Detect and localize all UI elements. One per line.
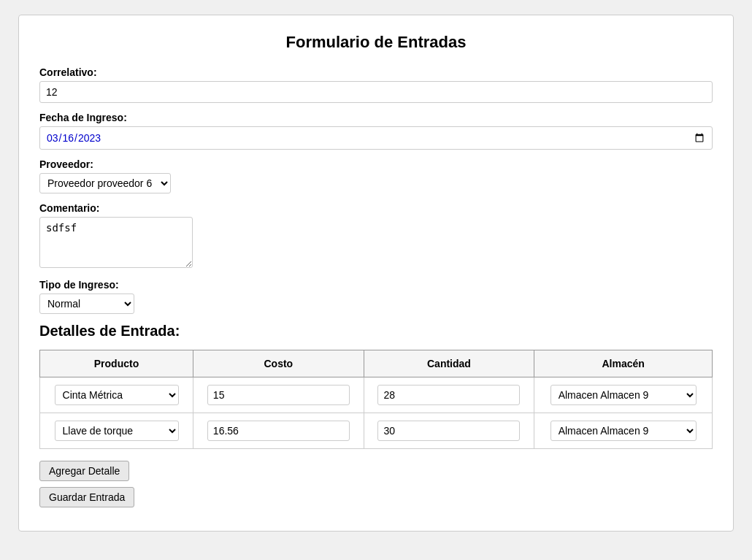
row1-cantidad-cell xyxy=(364,377,534,413)
comentario-group: Comentario: sdfsf xyxy=(39,202,713,270)
row2-almacen-cell: Almacen Almacen 1 Almacen Almacen 2 Alma… xyxy=(534,413,713,449)
details-table: Producto Costo Cantidad Almacén Cinta Mé… xyxy=(39,350,713,449)
row2-producto-cell: Cinta Métrica Llave de torque Destornill… xyxy=(40,413,193,449)
col-producto: Producto xyxy=(40,350,193,377)
comentario-input[interactable]: sdfsf xyxy=(39,217,193,268)
row1-cantidad-input[interactable] xyxy=(377,385,520,405)
tipo-group: Tipo de Ingreso: Normal Donación Otro xyxy=(39,279,713,314)
row2-almacen-select[interactable]: Almacen Almacen 1 Almacen Almacen 2 Alma… xyxy=(550,421,697,441)
save-button[interactable]: Guardar Entrada xyxy=(39,487,134,507)
tipo-label: Tipo de Ingreso: xyxy=(39,279,713,291)
row1-producto-cell: Cinta Métrica Llave de torque Destornill… xyxy=(40,377,193,413)
tipo-select[interactable]: Normal Donación Otro xyxy=(39,294,134,314)
add-detail-button[interactable]: Agregar Detalle xyxy=(39,461,129,481)
fecha-input[interactable] xyxy=(39,126,713,150)
correlativo-label: Correlativo: xyxy=(39,66,713,78)
row2-costo-input[interactable] xyxy=(207,421,350,441)
row1-costo-input[interactable] xyxy=(207,385,350,405)
page-title: Formulario de Entradas xyxy=(39,33,713,52)
correlativo-input[interactable] xyxy=(39,81,713,103)
fecha-label: Fecha de Ingreso: xyxy=(39,112,713,123)
row1-almacen-cell: Almacen Almacen 1 Almacen Almacen 2 Alma… xyxy=(534,377,713,413)
row2-cantidad-input[interactable] xyxy=(377,421,520,441)
proveedor-group: Proveedor: Proveedor proveedor 1 Proveed… xyxy=(39,158,713,193)
correlativo-group: Correlativo: xyxy=(39,66,713,103)
main-form: Formulario de Entradas Correlativo: Fech… xyxy=(18,15,734,532)
table-row: Cinta Métrica Llave de torque Destornill… xyxy=(40,413,713,449)
row1-almacen-select[interactable]: Almacen Almacen 1 Almacen Almacen 2 Alma… xyxy=(550,385,697,405)
proveedor-label: Proveedor: xyxy=(39,158,713,170)
row2-producto-select[interactable]: Cinta Métrica Llave de torque Destornill… xyxy=(55,421,179,441)
row1-producto-select[interactable]: Cinta Métrica Llave de torque Destornill… xyxy=(55,385,179,405)
row2-costo-cell xyxy=(193,413,364,449)
fecha-group: Fecha de Ingreso: xyxy=(39,112,713,150)
col-almacen: Almacén xyxy=(534,350,713,377)
col-cantidad: Cantidad xyxy=(364,350,534,377)
row1-costo-cell xyxy=(193,377,364,413)
details-section-title: Detalles de Entrada: xyxy=(39,323,713,340)
col-costo: Costo xyxy=(193,350,364,377)
table-row: Cinta Métrica Llave de torque Destornill… xyxy=(40,377,713,413)
row2-cantidad-cell xyxy=(364,413,534,449)
proveedor-select[interactable]: Proveedor proveedor 1 Proveedor proveedo… xyxy=(39,173,171,193)
comentario-label: Comentario: xyxy=(39,202,713,214)
